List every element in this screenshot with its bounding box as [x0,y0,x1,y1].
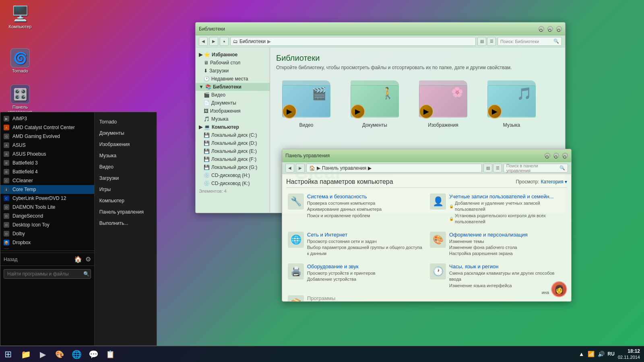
tree-local-e[interactable]: 💾 Локальный диск (E:) [196,147,270,155]
app-desktop-toy[interactable]: D Desktop Icon Toy [0,220,94,229]
cp-cat-hardware-title[interactable]: Оборудование и звук [307,263,376,269]
cp-cat-system-item3[interactable]: Поиск и исправление проблем [307,213,382,219]
taskbar-browser[interactable]: 🌐 [68,347,85,362]
cp-search-bar[interactable]: Поиск в панели управления 🔍 [504,164,568,173]
app-bf3[interactable]: B Battlefield 3 [0,158,94,167]
tray-up-arrow[interactable]: ▲ [579,351,584,357]
cp-cat-appearance-item1[interactable]: Изменение темы [449,239,528,245]
library-music[interactable]: 🎵 ▶ Музыка [481,76,542,128]
cp-cat-users-title[interactable]: Учетные записи пользователей и семейн... [449,193,566,200]
explorer-view-btn1[interactable]: ▤ [477,37,486,46]
tree-desktop[interactable]: 🖥 Рабочий стол [196,59,270,67]
app-coretemp[interactable]: 🌡 Core Temp [0,185,94,194]
tree-images[interactable]: 🖼 Изображения [196,107,270,115]
cp-cat-hardware-item2[interactable]: Добавление устройства [307,276,376,282]
cp-view-btn2[interactable]: ☰ [493,164,502,173]
explorer-close-btn[interactable]: ○ [556,26,562,32]
library-docs[interactable]: 🚶 ▶ Документы [345,76,405,128]
taskbar-media[interactable]: ▶ [35,347,51,362]
cp-view-btn1[interactable]: ▤ [483,164,492,173]
cp-cat-network-item1[interactable]: Просмотр состояния сети и задач [307,239,423,245]
right-control-panel[interactable]: Панель управления [95,206,157,218]
tree-downloads[interactable]: ⬇ Загрузки [196,67,270,75]
tray-network-icon[interactable]: 📶 [588,351,594,357]
library-images[interactable]: 🌸 ▶ Изображения [413,76,473,128]
app-bf4[interactable]: B Battlefield 4 [0,167,94,176]
desktop-icon-panel[interactable]: 🎛️ Панельуправления [4,84,36,114]
tree-computer[interactable]: ▶ 💻 Компьютер [196,123,270,131]
cp-cat-hardware-item1[interactable]: Просмотр устройств и принтеров [307,270,376,276]
app-asus-phoebus[interactable]: A ASUS Phoebus [0,150,94,158]
right-tornado[interactable]: Tornado [95,116,157,128]
explorer-view-btn2[interactable]: ☰ [487,37,496,46]
tray-lang[interactable]: RU [608,351,615,357]
cp-cat-users-link1[interactable]: Добавление и удаление учетных записей по… [449,200,566,213]
search-button[interactable]: 🔍 [83,271,89,277]
app-amd-catalyst[interactable]: A AMD Catalyst Control Center [0,123,94,132]
taskbar-clock[interactable]: 18:12 02.11.2014 [618,348,640,360]
right-games[interactable]: Игры [95,184,157,195]
app-asus[interactable]: A ASUS [0,141,94,150]
explorer-maximize-btn[interactable]: ○ [547,26,553,32]
taskbar-photoshop[interactable]: 🎨 [52,347,68,362]
tree-video[interactable]: 🎬 Видео [196,91,270,99]
search-input[interactable] [4,269,91,279]
explorer-search-bar[interactable]: Поиск: Библиотеки 🔍 [497,37,562,46]
right-music[interactable]: Музыка [95,150,157,161]
app-daemon[interactable]: D DAEMON Tools Lite [0,203,94,212]
tree-music[interactable]: 🎵 Музыка [196,115,270,123]
tree-docs[interactable]: 📄 Документы [196,99,270,107]
cp-forward-btn[interactable]: ▶ [296,164,305,173]
tree-local-d[interactable]: 💾 Локальный диск (D:) [196,139,270,147]
app-cyberlink[interactable]: C CyberLink PowerDVD 12 [0,194,94,203]
taskbar-skype[interactable]: 💬 [85,347,101,362]
explorer-minimize-btn[interactable]: ○ [539,26,544,32]
tree-recent[interactable]: 🕐 Недавние места [196,75,270,83]
app-dropbox[interactable]: 📦 Dropbox [0,238,94,247]
cp-close-btn[interactable]: ○ [562,153,568,158]
cp-view-option[interactable]: Категория ▾ [541,179,567,185]
cp-cat-clock-item2[interactable]: Изменение языка интерфейса [449,283,566,289]
right-documents[interactable]: Документы [95,128,157,139]
cp-maximize-btn[interactable]: ○ [553,153,559,158]
app-dolby[interactable]: D Dolby [0,229,94,238]
app-eastern[interactable]: E EasternGraphics [0,247,94,249]
settings-nav-button[interactable]: ⚙ [85,255,91,263]
tree-local-g[interactable]: 💾 Локальный диск (G:) [196,163,270,171]
tree-libraries[interactable]: ▼ 📚 Библиотеки [196,83,270,91]
cp-cat-appearance-title[interactable]: Оформление и персонализация [449,232,528,238]
cp-cat-network-item2[interactable]: Выбор параметров домашней группы и общег… [307,245,423,257]
tray-volume-icon[interactable]: 🔊 [598,351,605,357]
cp-cat-users-link2[interactable]: Установка родительского контроля для все… [449,213,566,225]
desktop-icon-tornado[interactable]: 🌀 Tornado [4,48,36,73]
cp-minimize-btn[interactable]: ○ [545,153,550,158]
tree-cd-k[interactable]: 💿 CD-дисковод (K:) [196,179,270,187]
right-images[interactable]: Изображения [95,139,157,150]
back-button[interactable]: Назад [4,257,17,262]
app-amd-gaming[interactable]: G AMD Gaming Evolved [0,132,94,141]
app-ccleaner[interactable]: C CCleaner [0,176,94,185]
cp-cat-appearance-item2[interactable]: Изменение фона рабочего стола [449,245,528,251]
explorer-forward-btn[interactable]: ▶ [209,37,218,46]
taskbar-app6[interactable]: 📋 [102,347,118,362]
cp-cat-system-item1[interactable]: Проверка состояния компьютера [307,200,382,206]
cp-view-selector[interactable]: Просмотр: Категория ▾ [516,179,567,185]
tree-local-c[interactable]: 💾 Локальный диск (C:) [196,131,270,139]
cp-cat-network-title[interactable]: Сеть и Интернет [307,232,423,238]
right-downloads[interactable]: Загрузки [95,173,157,184]
explorer-up-btn[interactable]: ▲ [220,37,229,46]
cp-cat-system-item2[interactable]: Архивирование данных компьютера [307,206,382,212]
cp-cat-appearance-item3[interactable]: Настройка разрешения экрана [449,251,528,257]
cp-back-btn[interactable]: ◀ [285,164,294,173]
app-aimp3[interactable]: ▶ AIMP3 [0,114,94,123]
cp-address-bar[interactable]: 🏠 ▶ Панель управления ▶ [306,164,482,173]
right-run[interactable]: Выполнить... [95,218,157,229]
right-computer[interactable]: Компьютер [95,195,157,206]
tree-local-f[interactable]: 💾 Локальный диск (F:) [196,155,270,163]
taskbar-start-btn[interactable]: ⊞ [0,347,16,362]
cp-cat-clock-title[interactable]: Часы, язык и регион [449,263,566,269]
cp-cat-system-title[interactable]: Система и безопасность [307,193,382,200]
tree-cd-h[interactable]: 💿 CD-дисковод (H:) [196,171,270,179]
taskbar-explorer[interactable]: 📁 [18,347,34,362]
library-video[interactable]: 🎬 ▶ Видео [276,76,336,128]
